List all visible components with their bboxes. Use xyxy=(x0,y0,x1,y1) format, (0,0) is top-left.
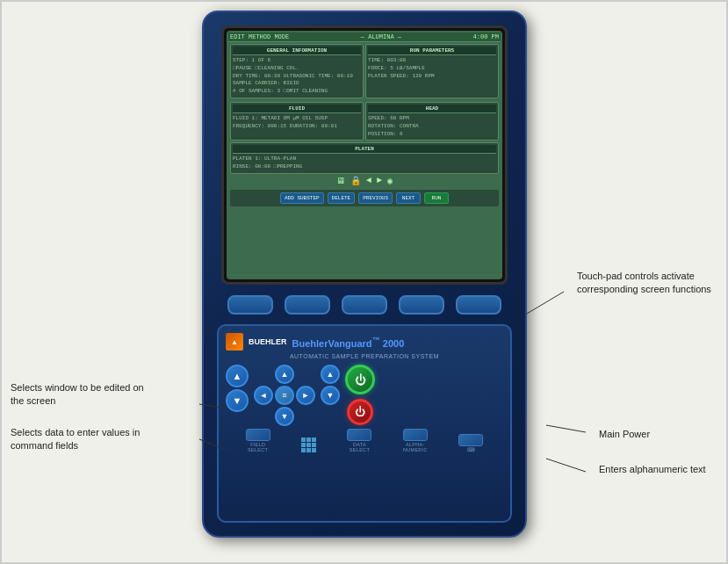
ctrl-footer: FIELDSELECT DATASELECT ALPHA-NUMERIC xyxy=(226,427,503,452)
screen-mid-panels: FLUID FLUID 1: METADI 9M µM OIL SUSP FRE… xyxy=(228,100,501,142)
page-container: EDIT METHOD MODE — ALUMINA — 4:00 PM GEN… xyxy=(0,0,728,564)
svg-line-1 xyxy=(546,425,586,432)
lower-panel: ▲ BUEHLER BuehlerVanguard™ 2000 Automati… xyxy=(217,324,512,523)
screen-icon-4: ► xyxy=(377,176,382,186)
alpha-label: ALPHA-NUMERIC xyxy=(403,442,428,452)
main-power-callout: Main Power xyxy=(599,428,713,441)
fluid-row-2: FREQUENCY: 000:15 DURATION: 00:01 xyxy=(233,123,361,130)
right-arrow-btn[interactable]: ► xyxy=(296,386,315,405)
data-arrows-col: ▲ ▼ xyxy=(321,365,340,405)
touchpad-callout: Touch-pad controls activate correspondin… xyxy=(577,270,713,297)
main-power-on-btn[interactable]: ⏻ xyxy=(345,365,375,394)
window-select-callout: Selects window to be edited on the scree… xyxy=(11,381,151,409)
previous-button[interactable]: PREVIOUS xyxy=(358,192,393,204)
screen-content: EDIT METHOD MODE — ALUMINA — 4:00 PM GEN… xyxy=(227,31,502,279)
head-row-2: ROTATION: CONTRA xyxy=(368,123,496,130)
touchpad-btn-2[interactable] xyxy=(285,295,330,315)
touchpad-btn-5[interactable] xyxy=(456,295,501,315)
up-arrow-btn[interactable]: ▲ xyxy=(226,365,249,387)
down-arrow-3-btn[interactable]: ▼ xyxy=(321,386,340,405)
field-select-btn[interactable] xyxy=(246,429,270,441)
head-panel: HEAD SPEED: 60 RPM ROTATION: CONTRA POSI… xyxy=(365,102,499,141)
run-row-3: PLATEN SPEED: 120 RPM xyxy=(368,73,496,80)
brand-product: BuehlerVanguard™ 2000 xyxy=(292,336,405,349)
platen-row-2: RINSE: 00:00 □PREPPING xyxy=(233,163,496,170)
screen-title-left: EDIT METHOD MODE xyxy=(230,33,289,40)
controls-area: ▲ ▼ ▲ ◄ ≡ ► ▼ ▲ ▼ xyxy=(226,365,503,426)
screen-bezel: EDIT METHOD MODE — ALUMINA — 4:00 PM GEN… xyxy=(221,25,508,285)
svg-line-0 xyxy=(527,292,564,314)
keyboard-label: ⌨ xyxy=(467,447,475,452)
screen-platen-row: PLATEN PLATEN 1: ULTRA-PLAN RINSE: 00:00… xyxy=(228,142,501,174)
fluid-title: FLUID xyxy=(233,105,361,113)
head-row-1: SPEED: 60 RPM xyxy=(368,115,496,122)
run-row-1: TIME: 003:00 xyxy=(368,57,496,64)
add-substep-button[interactable]: ADD SUBSTEP xyxy=(280,192,324,204)
head-row-3: POSITION: 6 xyxy=(368,131,496,138)
screen-title-center: — ALUMINA — xyxy=(361,33,401,40)
nav-arrows-col: ▲ ◄ ≡ ► ▼ xyxy=(254,365,315,426)
head-title: HEAD xyxy=(368,105,496,113)
touchpad-btn-4[interactable] xyxy=(399,295,444,315)
brand-header: ▲ BUEHLER BuehlerVanguard™ 2000 xyxy=(226,333,503,351)
touchpad-btn-1[interactable] xyxy=(227,295,273,315)
alpha-item: ALPHA-NUMERIC xyxy=(403,429,428,452)
screen-icon-3: ◄ xyxy=(366,176,371,186)
buehler-logo: ▲ xyxy=(226,333,243,351)
screen-icon-5: ◉ xyxy=(387,176,393,186)
keyboard-item: ⌨ xyxy=(458,434,483,452)
screen-icon-2: 🔒 xyxy=(350,176,361,186)
screen-title-right: 4:00 PM xyxy=(473,33,499,40)
up-arrow-2-btn[interactable]: ▲ xyxy=(275,365,294,384)
general-info-title: GENERAL INFORMATION xyxy=(233,47,361,55)
general-row-1: STEP: 1 OF 6 xyxy=(233,57,361,64)
platen-panel: PLATEN PLATEN 1: ULTRA-PLAN RINSE: 00:00… xyxy=(230,142,499,174)
brand-subtitle: Automatic Sample Preparation System xyxy=(226,353,503,359)
screen-title-bar: EDIT METHOD MODE — ALUMINA — 4:00 PM xyxy=(228,33,501,42)
alpha-btn[interactable] xyxy=(403,429,428,441)
general-row-2: □PAUSE □CLEANING COL. xyxy=(233,65,361,72)
fluid-row-1: FLUID 1: METADI 9M µM OIL SUSP xyxy=(233,115,361,122)
run-row-2: FORCE: 5 LB/SAMPLE xyxy=(368,65,496,72)
left-center-right-row: ◄ ≡ ► xyxy=(254,386,315,405)
power-off-btn[interactable]: ⏻ xyxy=(347,399,373,425)
grid-icon xyxy=(301,437,316,452)
field-select-label: FIELDSELECT xyxy=(248,442,268,452)
data-select-btn[interactable] xyxy=(347,429,371,441)
data-select-item: DATASELECT xyxy=(347,429,371,452)
data-select-label: DATASELECT xyxy=(350,442,370,452)
screen-icon-1: 🖥 xyxy=(336,176,345,186)
platen-title: PLATEN xyxy=(233,145,496,154)
data-select-callout: Selects data to enter values in command … xyxy=(11,426,151,453)
down-arrow-2-btn[interactable]: ▼ xyxy=(275,407,294,426)
platen-row-1: PLATEN 1: ULTRA-PLAN xyxy=(233,155,496,163)
delete-button[interactable]: DELETE xyxy=(328,192,356,204)
fluid-panel: FLUID FLUID 1: METADI 9M µM OIL SUSP FRE… xyxy=(230,102,364,141)
center-btn[interactable]: ≡ xyxy=(275,386,294,405)
left-arrow-btn[interactable]: ◄ xyxy=(254,386,273,405)
touchpad-btn-3[interactable] xyxy=(342,295,387,315)
down-arrow-btn[interactable]: ▼ xyxy=(226,389,249,412)
power-section: ⏻ ⏻ xyxy=(345,365,375,425)
brand-name: BUEHLER xyxy=(249,337,287,346)
run-button[interactable]: RUN xyxy=(424,192,449,204)
general-row-3: DRY TIME: 00:30 ULTRASONIC TIME: 00:10 xyxy=(233,73,361,80)
next-button[interactable]: NEXT xyxy=(396,192,421,204)
screen-buttons-row: ADD SUBSTEP DELETE PREVIOUS NEXT RUN xyxy=(230,190,499,206)
keyboard-btn[interactable] xyxy=(458,434,483,446)
screen-top-panels: GENERAL INFORMATION STEP: 1 OF 6 □PAUSE … xyxy=(228,42,501,100)
general-info-panel: GENERAL INFORMATION STEP: 1 OF 6 □PAUSE … xyxy=(230,44,364,98)
run-params-title: RUN PARAMETERS xyxy=(368,47,496,55)
general-row-5: # OF SAMPLES: 3 □OMIT CLEANING xyxy=(233,88,361,95)
general-row-4: SAMPLE CARRIER: RIGID xyxy=(233,80,361,87)
window-select-col: ▲ ▼ xyxy=(226,365,249,412)
grid-icon-item xyxy=(301,437,316,452)
screen-display: EDIT METHOD MODE — ALUMINA — 4:00 PM GEN… xyxy=(227,31,502,279)
touchpad-row xyxy=(221,292,508,318)
field-select-item: FIELDSELECT xyxy=(246,429,270,452)
up-arrow-3-btn[interactable]: ▲ xyxy=(321,365,340,384)
device-shell: EDIT METHOD MODE — ALUMINA — 4:00 PM GEN… xyxy=(202,11,527,538)
svg-line-2 xyxy=(546,459,586,472)
alphanumeric-callout: Enters alphanumeric text xyxy=(599,463,713,476)
run-params-panel: RUN PARAMETERS TIME: 003:00 FORCE: 5 LB/… xyxy=(365,44,499,98)
